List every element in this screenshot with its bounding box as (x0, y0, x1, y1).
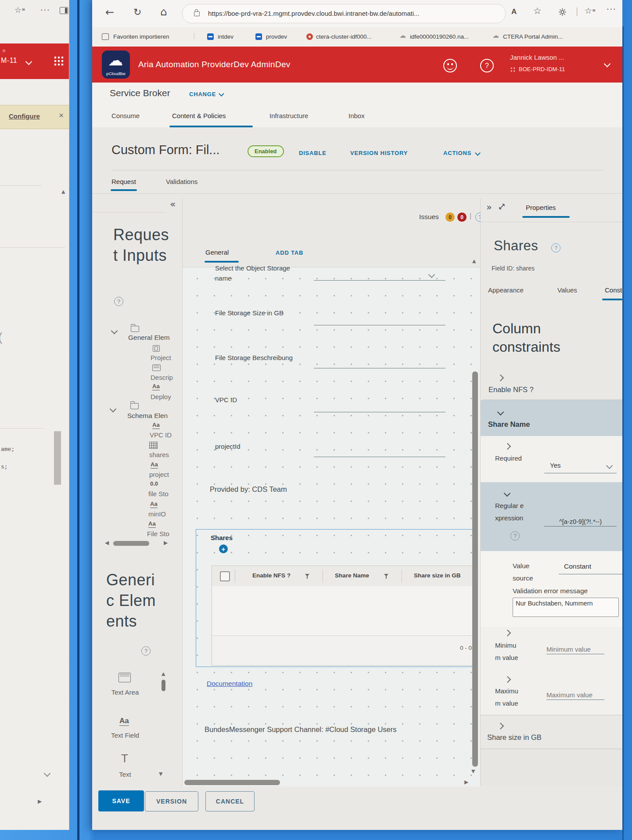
tab-appearance[interactable]: Appearance (488, 286, 524, 294)
scroll-right-icon[interactable]: ▶ (464, 779, 468, 785)
tree-item[interactable]: Descrip (151, 374, 173, 381)
help-icon[interactable]: ? (141, 646, 151, 656)
scrollbar-thumb[interactable] (184, 780, 280, 785)
scroll-down-icon[interactable]: ▼ (159, 771, 162, 777)
url-text[interactable]: https://boe-prd-vra-21.mgmt.provdev.clou… (208, 10, 420, 17)
collapse-icon[interactable] (504, 490, 511, 497)
text-input[interactable] (314, 325, 445, 325)
tree-item[interactable]: VPC ID (150, 431, 172, 439)
tab-validations[interactable]: Validations (166, 178, 198, 185)
select-all-checkbox[interactable] (220, 571, 230, 581)
palette-item-text-area[interactable]: Text Area (97, 689, 154, 696)
lock-icon[interactable] (194, 11, 200, 16)
cloud-icon[interactable]: ☁ (492, 32, 499, 40)
tree-item[interactable]: shares (149, 451, 169, 458)
scroll-up-icon[interactable]: ▲ (162, 671, 165, 677)
select-input[interactable] (314, 280, 445, 281)
scrollbar-thumb[interactable] (472, 371, 478, 767)
tab-properties[interactable]: Properties (526, 204, 556, 211)
org-name[interactable]: BOE-PRD-IDM-11 (519, 66, 565, 72)
tab-values[interactable]: Values (557, 286, 577, 294)
palette-item-text[interactable]: Text (97, 771, 154, 778)
help-icon[interactable]: ? (551, 243, 560, 252)
scroll-right-icon[interactable]: ▶ (164, 540, 168, 546)
shares-grid-element[interactable]: Shares + Enable NFS ? Share Name Share s… (196, 529, 476, 667)
tab-request[interactable]: Request (111, 178, 136, 185)
text-input[interactable] (314, 412, 445, 412)
user-menu-chevron-icon[interactable] (604, 61, 611, 68)
text-input[interactable] (314, 457, 445, 457)
constraint-section-share-name[interactable]: Share Name (481, 400, 622, 436)
tree-item[interactable]: Project (151, 354, 171, 361)
column-header[interactable]: Share Name (335, 572, 369, 579)
version-history-button[interactable]: VERSION HISTORY (350, 150, 408, 156)
scrollbar-thumb[interactable] (162, 680, 165, 691)
actions-menu-button[interactable]: ACTIONS (443, 150, 471, 156)
constraint-section-enable-nfs[interactable]: Enable NFS ? (488, 386, 534, 394)
favorite-star-icon[interactable]: ☆ (533, 6, 542, 16)
scroll-right-icon[interactable]: ▶ (38, 798, 42, 804)
feedback-smiley-icon[interactable] (443, 59, 457, 72)
maximum-value-input[interactable] (546, 690, 604, 700)
tab-content-policies[interactable]: Content & Policies (172, 112, 226, 119)
documentation-link[interactable]: Documentation (207, 680, 252, 688)
home-icon[interactable]: ⌂ (160, 6, 167, 18)
version-button[interactable]: VERSION (145, 791, 198, 811)
bookmark-favicon[interactable] (306, 33, 313, 40)
column-header[interactable]: Share size in GB (414, 572, 461, 579)
app-switcher-icon[interactable] (54, 56, 64, 66)
tree-item[interactable]: File Sto (147, 530, 169, 537)
pcloudbw-logo[interactable]: ☁ pCloudBw (102, 50, 130, 79)
help-icon[interactable]: ? (480, 59, 494, 72)
address-bar[interactable]: https://boe-prd-vra-21.mgmt.provdev.clou… (182, 4, 506, 23)
collapse-panel-icon[interactable]: « (170, 198, 176, 209)
help-icon[interactable]: ? (114, 297, 123, 306)
change-link[interactable]: CHANGE (189, 91, 216, 97)
value-source-value[interactable]: Constant (564, 562, 591, 570)
expand-icon[interactable] (504, 676, 511, 683)
bookmark-intdev[interactable]: intdev (218, 33, 233, 40)
user-name[interactable]: Jannick Lawson ... (510, 54, 564, 61)
canvas-tab-general[interactable]: General (205, 249, 229, 256)
tab-inbox[interactable]: Inbox (348, 112, 365, 119)
expand-panel-icon[interactable]: » (486, 202, 492, 213)
sidebar-panel-icon[interactable] (60, 7, 68, 14)
browser-menu-icon[interactable]: ... (607, 2, 617, 12)
tree-item[interactable]: project (149, 471, 169, 478)
tree-item[interactable]: file Sto (148, 490, 169, 498)
expand-icon[interactable] (504, 443, 511, 450)
browser-menu-icon[interactable]: ... (40, 3, 50, 13)
add-row-button[interactable]: + (219, 544, 228, 553)
import-favorites-label[interactable]: Favoriten importieren (113, 33, 169, 40)
reload-icon[interactable]: ↻ (133, 7, 141, 18)
help-icon[interactable]: ? (510, 531, 520, 541)
filter-icon[interactable] (384, 574, 388, 577)
minimum-value-input[interactable] (546, 645, 604, 654)
tree-item[interactable]: Deploy (151, 393, 171, 400)
constraint-section-share-size[interactable]: Share size in GB (487, 733, 542, 742)
select-chevron-icon[interactable] (606, 462, 613, 469)
change-chevron-icon[interactable] (219, 91, 224, 97)
required-select-value[interactable]: Yes (550, 461, 560, 469)
warning-count-badge[interactable]: 0 (445, 213, 455, 222)
bookmark-favicon[interactable] (207, 33, 214, 40)
scrollbar-thumb[interactable] (113, 541, 149, 546)
add-tab-button[interactable]: ADD TAB (276, 249, 303, 256)
scroll-up-icon[interactable]: ▲ (61, 189, 65, 195)
cancel-button[interactable]: CANCEL (205, 791, 255, 811)
cloud-icon[interactable]: ☁ (399, 32, 406, 40)
column-header[interactable]: Enable NFS ? (252, 572, 291, 579)
settings-gear-icon[interactable] (558, 8, 567, 18)
scroll-up-icon[interactable]: ▲ (472, 258, 476, 264)
disable-button[interactable]: DISABLE (299, 150, 327, 156)
collapse-section-icon[interactable] (497, 409, 504, 416)
read-aloud-icon[interactable]: A (511, 7, 517, 16)
favorites-hub-icon[interactable]: ☆≡ (585, 6, 596, 15)
tree-group-label[interactable]: General Elem (128, 334, 170, 342)
tab-consume[interactable]: Consume (111, 112, 140, 119)
configure-link[interactable]: Configure (9, 112, 40, 120)
chevron-down-icon[interactable] (25, 58, 32, 65)
tab-constraints[interactable]: Constraints (605, 286, 622, 294)
chevron-down-icon[interactable] (44, 770, 51, 777)
scroll-down-icon[interactable]: ▼ (471, 768, 475, 774)
